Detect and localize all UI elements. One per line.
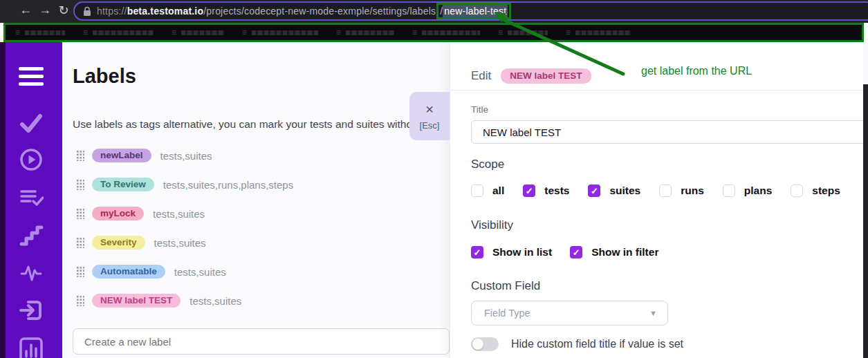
checkbox-label: Show in list [492, 246, 552, 258]
drag-handle-icon[interactable] [76, 150, 84, 161]
title-input[interactable] [471, 120, 868, 144]
label-badge[interactable]: To Review [92, 178, 154, 191]
label-scopes: tests,suites [190, 295, 241, 307]
label-scopes: tests,suites,runs,plans,steps [163, 179, 293, 191]
close-panel-button[interactable]: × [Esc] [409, 92, 450, 140]
checkbox-box[interactable] [791, 185, 803, 197]
label-badge[interactable]: Automatable [92, 265, 165, 279]
edit-label-badge: NEW label TEST [501, 68, 591, 84]
label-badge[interactable]: NEW label TEST [92, 294, 181, 308]
toggle-knob [472, 339, 483, 350]
label-badge[interactable]: Severity [92, 236, 145, 249]
back-icon[interactable]: ← [17, 3, 34, 17]
url-bar[interactable]: https://beta.testomat.io/projects/codece… [73, 1, 868, 21]
visibility-checkbox-show-in-list[interactable]: ✓Show in list [471, 246, 552, 258]
url-annotation-box: /new-label-test [436, 3, 511, 19]
sign-in-icon[interactable] [0, 298, 62, 323]
bookmark-icon: ≡ [242, 28, 247, 37]
bookmark-item[interactable]: ≡ [412, 28, 480, 37]
hide-title-toggle[interactable] [471, 337, 499, 351]
esc-hint: [Esc] [409, 120, 450, 131]
checkbox-box[interactable]: ✓ [570, 246, 582, 258]
edit-heading: Edit [471, 69, 491, 83]
hide-title-toggle-row: Hide custom field title if value is set [471, 337, 683, 351]
bookmark-item[interactable]: ≡ [242, 28, 318, 37]
checkbox-label: tests [544, 185, 569, 197]
bar-chart-icon[interactable] [0, 336, 62, 358]
scrollbar[interactable] [863, 84, 868, 358]
title-field-label: Title [471, 104, 488, 115]
label-scopes: tests,suites [174, 266, 226, 278]
checkbox-box[interactable] [723, 185, 735, 197]
drag-handle-icon[interactable] [76, 266, 84, 277]
create-label-input[interactable] [73, 328, 450, 355]
screenshot-root: ← → ↻ https://beta.testomat.io/projects/… [0, 0, 868, 358]
visibility-options: ✓Show in list✓Show in filter [471, 246, 658, 258]
url-domain: beta.testomat.io [127, 6, 204, 17]
divider [450, 90, 863, 91]
check-icon[interactable] [0, 111, 62, 135]
bookmark-item[interactable]: ≡ [83, 28, 154, 37]
scope-checkbox-plans[interactable]: plans [723, 185, 772, 197]
url-scheme: https:// [97, 6, 127, 17]
drag-handle-icon[interactable] [76, 179, 84, 190]
checkbox-label: all [492, 185, 504, 197]
forward-icon[interactable]: → [37, 3, 53, 17]
app-window: Labels Use labels as tags alternative, y… [0, 42, 868, 358]
bookmark-item[interactable]: ≡ [566, 28, 631, 37]
bookmark-item[interactable]: ≡ [336, 28, 394, 37]
checkbox-box[interactable]: ✓ [588, 185, 600, 197]
visibility-checkbox-show-in-filter[interactable]: ✓Show in filter [570, 246, 658, 258]
scope-checkbox-steps[interactable]: steps [791, 185, 840, 197]
field-type-select[interactable]: Field Type ▼ [471, 301, 668, 326]
bookmark-icon: ≡ [336, 28, 341, 37]
steps-icon[interactable] [0, 224, 62, 247]
bookmark-item[interactable]: ≡ [15, 28, 65, 37]
label-row: myLocktests,suites [62, 204, 450, 223]
bookmark-icon: ≡ [412, 28, 417, 37]
drag-handle-icon[interactable] [76, 237, 84, 248]
bookmark-text [25, 30, 65, 35]
label-badge[interactable]: newLabel [92, 149, 151, 162]
bookmark-text [575, 30, 631, 35]
bookmark-item[interactable]: ≡ [498, 28, 548, 37]
checkbox-box[interactable] [471, 185, 483, 197]
page-title: Labels [73, 65, 136, 88]
checkbox-label: plans [744, 185, 772, 197]
scope-checkbox-suites[interactable]: ✓suites [588, 185, 640, 197]
menu-icon[interactable] [0, 67, 62, 86]
field-type-placeholder: Field Type [484, 308, 530, 319]
bookmark-icon: ≡ [83, 28, 88, 37]
checkbox-box[interactable]: ✓ [523, 185, 535, 197]
chevron-down-icon: ▼ [649, 309, 657, 317]
lock-icon [83, 6, 91, 17]
checkbox-box[interactable]: ✓ [471, 246, 483, 258]
scope-checkbox-all[interactable]: all [471, 185, 504, 197]
bookmark-text [422, 30, 480, 35]
page-description: Use labels as tags alternative, you can … [73, 118, 410, 131]
url-path: /projects/codecept-new-mode-exmple/setti… [203, 6, 436, 17]
url-selected-segment: new-label-test [443, 5, 508, 17]
checkbox-label: Show in filter [591, 246, 658, 258]
annotation-text: get label from the URL [641, 65, 752, 77]
bookmark-text [252, 30, 318, 35]
label-scopes: tests,suites [153, 208, 205, 220]
play-icon[interactable] [0, 147, 62, 172]
label-row: Severitytests,suites [62, 233, 450, 252]
scope-checkbox-tests[interactable]: ✓tests [523, 185, 569, 197]
hide-title-toggle-label: Hide custom field title if value is set [511, 338, 683, 350]
drag-handle-icon[interactable] [76, 295, 84, 306]
sidebar [0, 42, 62, 358]
checkbox-box[interactable] [659, 185, 672, 197]
list-check-icon[interactable] [0, 186, 62, 209]
reload-icon[interactable]: ↻ [55, 3, 72, 18]
bookmark-text [181, 30, 224, 35]
bookmark-item[interactable]: ≡ [172, 28, 224, 37]
drag-handle-icon[interactable] [76, 208, 84, 219]
scope-checkbox-runs[interactable]: runs [659, 185, 704, 197]
label-badge[interactable]: myLock [92, 207, 144, 220]
close-icon[interactable]: × [409, 102, 450, 117]
custom-field-section-label: Custom Field [471, 279, 540, 293]
activity-icon[interactable] [0, 262, 62, 284]
label-row: Automatabletests,suites [62, 262, 450, 281]
